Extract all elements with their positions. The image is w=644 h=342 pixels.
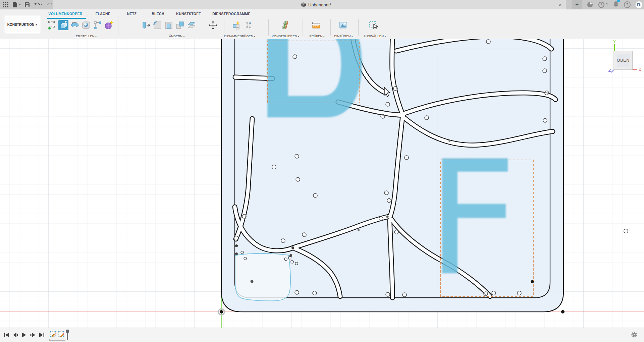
group-divider [358, 19, 359, 36]
select-icon [369, 20, 378, 30]
group-label-text: ÄNDERN [169, 34, 182, 38]
timeline-play-button[interactable] [20, 331, 28, 339]
undo-icon[interactable] [34, 2, 43, 8]
chevron-down-icon: ▾ [352, 35, 353, 38]
tab-volumenkoerper[interactable]: VOLUMENKÖRPER [48, 12, 82, 16]
tab-flaeche[interactable]: FLÄCHE [96, 12, 110, 16]
measure-button[interactable] [311, 20, 321, 30]
hole-button[interactable] [81, 20, 91, 30]
help-button[interactable]: ? [624, 1, 631, 8]
chevron-down-icon: ▾ [298, 35, 299, 38]
measure-icon [312, 20, 321, 30]
pattern-icon [93, 20, 102, 30]
timeline-step-back-button[interactable] [11, 331, 19, 339]
offset-face-button[interactable] [186, 20, 197, 30]
group-label-zusammenfuegen[interactable]: ZUSAMMENFÜGEN ▾ [224, 34, 255, 38]
group-label-text: PRÜFEN [309, 34, 322, 38]
chevron-down-icon: ▾ [385, 35, 386, 38]
titlebar-right-controls: + 1 ? FL [572, 0, 643, 9]
move-button[interactable] [208, 20, 218, 30]
document-title: Unbenannt* [308, 2, 331, 7]
new-tab-button[interactable]: + [572, 0, 582, 9]
quick-access-toolbar [0, 0, 56, 9]
konstruktion-dropdown-button[interactable]: KONSTRUKTION ▾ [4, 16, 40, 33]
revolve-icon [70, 20, 79, 30]
create-sketch-button[interactable] [47, 20, 57, 30]
group-label-erstellen[interactable]: ERSTELLEN ▾ [76, 34, 97, 38]
highlighted-sketch-profile[interactable] [235, 253, 290, 301]
group-divider [118, 19, 118, 36]
group-divider [303, 19, 303, 36]
group-label-einfuegen[interactable]: EINFÜGEN ▾ [334, 34, 353, 38]
group-label-auswaehlen[interactable]: AUSWÄHLEN ▾ [364, 34, 386, 38]
chevron-down-icon: ▾ [36, 23, 37, 26]
group-label-text: EINFÜGEN [334, 34, 351, 38]
title-bar: Unbenannt* × + 1 ? FL [0, 0, 644, 9]
joint-icon [244, 20, 253, 30]
chevron-down-icon: ▾ [254, 35, 255, 38]
sketch-viewport[interactable] [0, 39, 644, 328]
group-divider [330, 19, 331, 36]
timeline-go-to-end-button[interactable] [38, 331, 46, 339]
fillet-icon [153, 20, 162, 30]
tab-netz[interactable]: NETZ [127, 12, 137, 16]
move-icon [208, 20, 218, 30]
job-status[interactable]: 1 [598, 1, 608, 8]
construction-plane-button[interactable] [280, 20, 290, 30]
group-label-text: KONSTRUIEREN [272, 34, 297, 38]
file-menu-icon[interactable] [12, 2, 21, 8]
design-canvas[interactable] [0, 39, 644, 328]
timeline-feature-sketch-2[interactable] [58, 331, 65, 338]
timeline-playhead[interactable] [66, 330, 69, 340]
chevron-down-icon: ▾ [95, 35, 97, 38]
insert-image-button[interactable] [338, 20, 348, 30]
tab-blech[interactable]: BLECH [152, 12, 164, 16]
document-tab[interactable]: Unbenannt* × [53, 0, 566, 9]
shell-icon [164, 20, 173, 30]
app-grid-icon[interactable] [3, 2, 9, 8]
close-tab-button[interactable]: × [557, 2, 563, 8]
group-label-aendern[interactable]: ÄNDERN ▾ [169, 34, 184, 38]
user-avatar[interactable]: FL [635, 1, 643, 8]
tab-dienstprogramme[interactable]: DIENSTPROGRAMME [212, 12, 251, 16]
fillet-button[interactable] [152, 20, 162, 30]
select-button[interactable] [368, 20, 378, 30]
viewcube-x-label: X [639, 68, 641, 72]
combine-button[interactable] [175, 20, 185, 30]
viewcube-widget[interactable]: Y OBEN X Z [608, 40, 643, 74]
new-component-button[interactable] [231, 20, 241, 30]
pattern-button[interactable] [93, 20, 103, 30]
timeline-step-forward-button[interactable] [29, 331, 37, 339]
document-cube-icon [301, 2, 306, 7]
press-pull-icon [141, 20, 151, 30]
timeline-go-to-start-button[interactable] [3, 331, 11, 339]
job-count-badge: 1 [606, 2, 608, 7]
joint-button[interactable] [244, 20, 254, 30]
timeline-bar [0, 328, 644, 342]
viewcube-z-label: Z [608, 68, 611, 73]
timeline-feature-sketch-1[interactable] [50, 331, 57, 338]
extensions-icon[interactable] [587, 1, 593, 8]
extrude-button[interactable] [58, 20, 68, 30]
create-form-button[interactable] [104, 20, 114, 30]
group-label-pruefen[interactable]: PRÜFEN ▾ [309, 34, 324, 38]
viewcube-face-label[interactable]: OBEN [617, 58, 630, 63]
group-divider [224, 19, 224, 36]
group-label-konstruieren[interactable]: KONSTRUIEREN ▾ [272, 34, 299, 38]
tab-kunststoff[interactable]: KUNSTSTOFF [176, 12, 201, 16]
insert-image-icon [338, 20, 348, 30]
shell-button[interactable] [164, 20, 174, 30]
press-pull-button[interactable] [141, 20, 151, 30]
extrude-icon [59, 20, 68, 30]
revolve-button[interactable] [70, 20, 80, 30]
document-title-wrap: Unbenannt* [301, 0, 331, 9]
selection-handle-point [531, 280, 534, 283]
timeline-settings-gear-icon[interactable] [631, 331, 638, 340]
notifications[interactable] [613, 1, 619, 9]
group-divider [268, 19, 269, 36]
active-tab-underline [47, 18, 86, 19]
save-icon[interactable] [24, 2, 30, 8]
group-label-text: ZUSAMMENFÜGEN [224, 34, 253, 38]
viewcube-z-axis [611, 70, 614, 72]
notification-badge-dot [617, 0, 620, 2]
